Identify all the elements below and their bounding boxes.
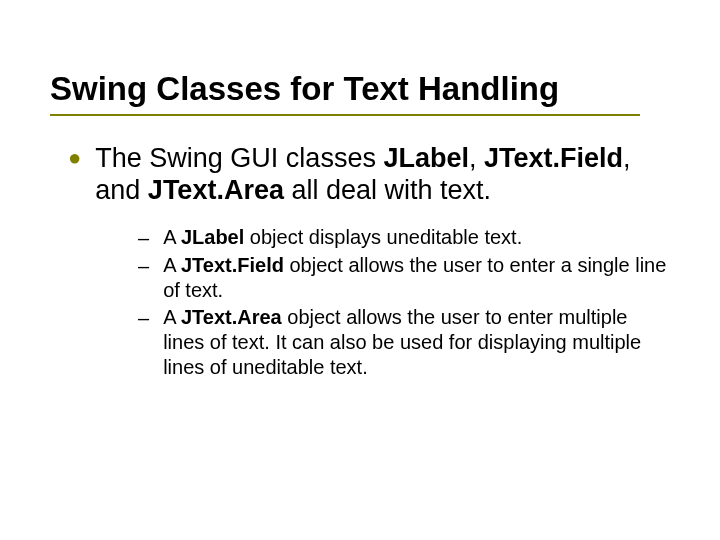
item-post: object displays uneditable text.: [244, 226, 522, 248]
item-pre: A: [163, 226, 181, 248]
item-pre: A: [163, 306, 181, 328]
list-item-text: A JText.Area object allows the user to e…: [163, 305, 670, 380]
dash-icon: –: [138, 225, 149, 251]
bullet-icon: ●: [68, 142, 81, 174]
list-item: – A JLabel object displays uneditable te…: [138, 225, 670, 251]
item-class: JText.Area: [181, 306, 282, 328]
slide: Swing Classes for Text Handling ● The Sw…: [0, 0, 720, 540]
slide-body: ● The Swing GUI classes JLabel, JText.Fi…: [50, 142, 670, 380]
sub-list: – A JLabel object displays uneditable te…: [68, 225, 670, 380]
item-class: JLabel: [181, 226, 244, 248]
list-item-text: A JLabel object displays uneditable text…: [163, 225, 522, 250]
item-class: JText.Field: [181, 254, 284, 276]
intro-post: all deal with text.: [284, 175, 491, 205]
dash-icon: –: [138, 253, 149, 279]
intro-bullet: ● The Swing GUI classes JLabel, JText.Fi…: [68, 142, 670, 207]
list-item: – A JText.Area object allows the user to…: [138, 305, 670, 380]
list-item-text: A JText.Field object allows the user to …: [163, 253, 670, 303]
intro-class-3: JText.Area: [148, 175, 284, 205]
intro-class-1: JLabel: [383, 143, 469, 173]
dash-icon: –: [138, 305, 149, 331]
item-pre: A: [163, 254, 181, 276]
title-underline: [50, 114, 640, 116]
intro-mid1: ,: [469, 143, 484, 173]
intro-pre: The Swing GUI classes: [95, 143, 383, 173]
intro-text: The Swing GUI classes JLabel, JText.Fiel…: [95, 142, 670, 207]
intro-class-2: JText.Field: [484, 143, 623, 173]
slide-title: Swing Classes for Text Handling: [50, 70, 670, 108]
list-item: – A JText.Field object allows the user t…: [138, 253, 670, 303]
